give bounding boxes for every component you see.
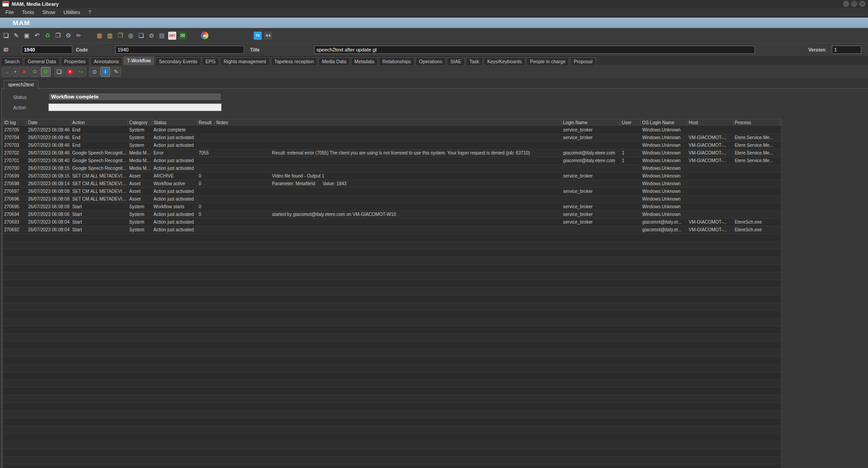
table-row[interactable]: 27069926/07/2023 06:08:15SET CM ALL META…: [3, 173, 781, 180]
table-row[interactable]: 27070526/07/2023 06:08:46EndSystemAction…: [3, 126, 781, 134]
table-row[interactable]: 27070126/07/2023 06:08:40Google Speech R…: [3, 157, 781, 165]
edit-notes-button[interactable]: ✎: [111, 67, 121, 77]
column-header-os-login-name[interactable]: OS Login Name: [641, 119, 687, 126]
tab-annotations[interactable]: Annotations: [90, 57, 123, 65]
tab-epg[interactable]: EPG: [202, 57, 219, 65]
table-row[interactable]: 27070326/07/2023 06:08:46EndSystemAction…: [3, 142, 781, 150]
menu-item-item[interactable]: ?: [84, 8, 95, 16]
tab-people-in-charge[interactable]: People in charge: [526, 57, 569, 65]
version-field[interactable]: [832, 46, 861, 54]
tab-media-data[interactable]: Media Data: [318, 57, 350, 65]
new-document-icon[interactable]: ❏: [2, 32, 10, 40]
minimize-button[interactable]: –: [843, 1, 849, 7]
spell-check-icon[interactable]: ABC: [168, 32, 176, 40]
refresh-workflow-button[interactable]: ♻: [41, 67, 51, 77]
table-row[interactable]: 27070226/07/2023 06:08:46Google Speech R…: [3, 150, 781, 157]
column-header-process[interactable]: Process: [733, 119, 781, 126]
info-button[interactable]: i: [100, 67, 110, 77]
menu-item-utilities[interactable]: Utilities: [59, 8, 84, 16]
column-header-status[interactable]: Status: [152, 119, 198, 126]
start-workflow-dropdown-button[interactable]: ▼: [13, 67, 18, 77]
copy-folders-icon[interactable]: ❐: [116, 32, 124, 40]
column-header-notes[interactable]: Notes: [215, 119, 561, 126]
cell-notes: [215, 203, 561, 211]
start-workflow-button[interactable]: →: [2, 67, 12, 77]
tab-rights-management[interactable]: Rights management: [220, 57, 270, 65]
cell-action: End: [71, 134, 128, 141]
restart-workflow-button[interactable]: ♻: [30, 67, 40, 77]
workflow-toolbar: →▼✖♻♻❏✕↪⊙i✎: [0, 65, 868, 79]
search-binoculars-icon[interactable]: ◎: [127, 32, 135, 40]
tab-proposal[interactable]: Proposal: [570, 57, 596, 65]
table-row[interactable]: 27069826/07/2023 06:08:14SET CM ALL META…: [3, 180, 781, 188]
menu-item-file[interactable]: File: [1, 8, 18, 16]
table-row[interactable]: 27069726/07/2023 06:08:08SET CM ALL META…: [3, 188, 781, 196]
cell-host: [687, 126, 733, 134]
subtab-speech2text[interactable]: speech2text: [4, 80, 38, 89]
tab-keys-keyboards[interactable]: Keys/Keyboards: [484, 57, 525, 65]
column-header-action[interactable]: Action: [71, 119, 128, 126]
menu-item-show[interactable]: Show: [38, 8, 59, 16]
column-header-id-log[interactable]: ID log: [3, 119, 27, 126]
id-field[interactable]: [22, 46, 72, 54]
table-row[interactable]: 27069526/07/2023 06:08:08StartSystemWork…: [3, 203, 781, 211]
save-icon[interactable]: ▣: [23, 32, 31, 40]
column-header-host[interactable]: Host: [687, 119, 733, 126]
cell-user: [620, 203, 641, 211]
column-header-user[interactable]: User: [620, 119, 641, 126]
tab-properties[interactable]: Properties: [61, 57, 90, 65]
tab-task[interactable]: Task: [466, 57, 483, 65]
column-header-login-name[interactable]: Login Name: [562, 119, 621, 126]
tx-monitor-icon[interactable]: TX: [254, 32, 262, 40]
media-player-icon[interactable]: ▶: [201, 32, 208, 39]
annotate-brush-icon[interactable]: ✏: [75, 32, 83, 40]
action-field[interactable]: [48, 103, 222, 111]
workflow-gear-icon[interactable]: ⚙: [64, 32, 72, 40]
table-row[interactable]: 27069226/07/2023 06:08:04StartSystemActi…: [3, 226, 781, 234]
blank-page-button[interactable]: ❏: [54, 67, 64, 77]
tab-search[interactable]: Search: [1, 57, 23, 65]
title-field[interactable]: [314, 46, 755, 54]
tab-relationships[interactable]: Relationships: [379, 57, 415, 65]
undo-icon[interactable]: ↶: [33, 32, 41, 40]
tab-operations[interactable]: Operations: [415, 57, 446, 65]
column-header-date[interactable]: Date: [27, 119, 71, 126]
archive-box-icon[interactable]: ✉: [179, 32, 187, 40]
cell-category: Asset: [128, 180, 152, 187]
stop-workflow-button[interactable]: ✕: [65, 67, 75, 77]
main-toolbar: ❏✎▣↶♻❐⚙✏▦▥❐◎❏⊙▤ABC✉▶TX4:3: [0, 28, 868, 43]
cell-category: Media Manag...: [128, 165, 152, 172]
tab-tapeless-reception[interactable]: Tapeless reception: [271, 57, 318, 65]
preview-button[interactable]: ⊙: [90, 67, 99, 77]
table-row[interactable]: 27070026/07/2023 06:08:15Google Speech R…: [3, 165, 781, 173]
column-header-result[interactable]: Result: [198, 119, 215, 126]
tab-t-workflow[interactable]: T-Workflow: [123, 56, 154, 65]
table-row[interactable]: 27069426/07/2023 06:08:06StartSystemActi…: [3, 211, 781, 219]
tab-siae[interactable]: SIAE: [447, 57, 465, 65]
status-field[interactable]: Workflow complete: [48, 93, 222, 101]
resume-workflow-button[interactable]: ↪: [76, 67, 86, 77]
table-row[interactable]: 27070426/07/2023 06:08:46EndSystemAction…: [3, 134, 781, 142]
document-preview-icon[interactable]: ⊙: [147, 32, 156, 40]
close-button[interactable]: ✕: [859, 1, 865, 7]
restore-button[interactable]: ❐: [851, 1, 857, 7]
column-header-category[interactable]: Category: [128, 119, 152, 126]
tab-general-data[interactable]: General Data: [24, 57, 59, 65]
storyboard-grid-icon[interactable]: ▦: [95, 32, 104, 40]
check-in-document-icon[interactable]: ♻: [43, 32, 52, 40]
delete-workflow-button[interactable]: ✖: [19, 67, 29, 77]
edit-document-icon[interactable]: ✎: [12, 32, 20, 40]
aspect-ratio-43-icon[interactable]: 4:3: [264, 32, 272, 40]
cascade-windows-icon[interactable]: ❏: [137, 32, 145, 40]
tab-metadata[interactable]: Metadata: [351, 57, 378, 65]
film-strip-icon[interactable]: ▤: [158, 32, 166, 40]
table-row[interactable]: 27069326/07/2023 06:08:04StartSystemActi…: [3, 219, 781, 226]
table-row[interactable]: 27069626/07/2023 06:08:08SET CM ALL META…: [3, 196, 781, 203]
cell-login-name: giacomot@italy.etere.com: [562, 157, 621, 164]
tab-secondary-events[interactable]: Secondary Events: [155, 57, 201, 65]
code-field[interactable]: [115, 46, 244, 54]
column-settings-icon[interactable]: ▥: [106, 32, 114, 40]
menu-item-tools[interactable]: Tools: [18, 8, 38, 16]
copy-icon[interactable]: ❐: [54, 32, 62, 40]
cell-result: [197, 226, 215, 234]
